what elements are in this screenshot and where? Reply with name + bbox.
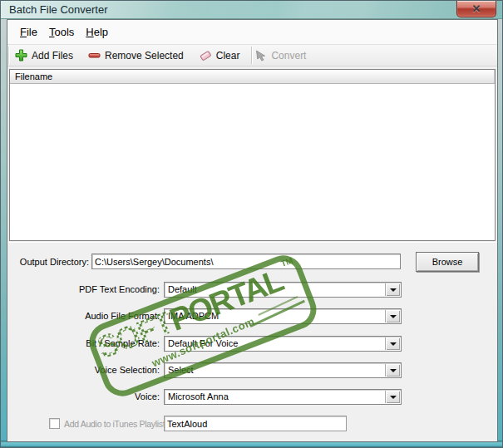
menu-file[interactable]: File — [14, 24, 43, 40]
output-directory-input[interactable] — [91, 254, 401, 269]
convert-icon — [254, 49, 267, 62]
chevron-down-icon[interactable] — [385, 364, 400, 377]
convert-label: Convert — [271, 50, 306, 62]
clear-label: Clear — [216, 50, 240, 62]
menu-help[interactable]: Help — [80, 24, 114, 40]
itunes-playlist-checkbox[interactable] — [49, 418, 60, 429]
voice-label: Voice: — [24, 389, 160, 405]
clear-button[interactable]: Clear — [191, 47, 248, 65]
file-list-body[interactable] — [10, 84, 495, 240]
eraser-icon — [199, 49, 212, 62]
audio-file-format-value: IMA ADPCM — [168, 309, 219, 323]
chevron-down-icon[interactable] — [385, 391, 400, 403]
remove-selected-label: Remove Selected — [105, 50, 184, 62]
voice-select[interactable]: Microsoft Anna — [164, 389, 402, 405]
file-list: Filename — [9, 69, 496, 241]
menu-tools[interactable]: Tools — [43, 24, 80, 40]
itunes-playlist-input[interactable] — [164, 416, 347, 431]
itunes-playlist-label: Add Audio to iTunes Playlist: — [64, 416, 167, 432]
toolbar-separator-left — [8, 47, 9, 64]
browse-button[interactable]: Browse — [416, 252, 479, 272]
window-title: Batch File Converter — [9, 1, 108, 19]
add-files-label: Add Files — [32, 50, 73, 62]
menu-bar: File Tools Help — [7, 20, 497, 45]
voice-selection-select[interactable]: Select — [164, 362, 402, 378]
close-button[interactable]: ✕ — [456, 1, 496, 17]
remove-icon — [88, 49, 101, 62]
toolbar-separator — [251, 47, 252, 64]
chevron-down-icon[interactable] — [385, 310, 400, 322]
title-bar[interactable]: Batch File Converter ✕ — [1, 1, 503, 19]
app-window: Batch File Converter ✕ File Tools Help A — [0, 0, 503, 448]
browse-label: Browse — [432, 257, 463, 267]
pdf-text-encoding-value: Default — [168, 283, 197, 297]
toolbar: Add Files Remove Selected Clear — [7, 45, 497, 66]
voice-value: Microsoft Anna — [168, 390, 229, 404]
output-directory-label: Output Directory: — [14, 254, 89, 270]
audio-file-format-label: Audio File Format: — [24, 308, 160, 324]
add-files-button[interactable]: Add Files — [7, 47, 81, 65]
bit-sample-rate-select[interactable]: Default For Voice — [164, 336, 402, 352]
window-content: File Tools Help Add Files — [7, 19, 498, 442]
chevron-down-icon[interactable] — [385, 337, 400, 350]
voice-selection-value: Select — [168, 363, 194, 377]
settings-panel: Output Directory: Browse PDF Text Encodi… — [7, 242, 497, 441]
bit-sample-rate-value: Default For Voice — [168, 337, 238, 351]
pdf-text-encoding-label: PDF Text Encoding: — [24, 282, 160, 298]
remove-selected-button[interactable]: Remove Selected — [81, 47, 191, 65]
convert-button[interactable]: Convert — [247, 47, 313, 65]
bit-sample-rate-label: Bit / Sample Rate: — [24, 336, 160, 352]
close-icon: ✕ — [472, 2, 481, 15]
filename-column-header[interactable]: Filename — [10, 70, 495, 84]
voice-selection-label: Voice Selection: — [24, 362, 160, 378]
chevron-down-icon[interactable] — [385, 283, 400, 296]
window-border-left — [1, 19, 7, 442]
add-files-icon — [15, 49, 27, 62]
audio-file-format-select[interactable]: IMA ADPCM — [164, 308, 402, 324]
pdf-text-encoding-select[interactable]: Default — [164, 282, 402, 298]
